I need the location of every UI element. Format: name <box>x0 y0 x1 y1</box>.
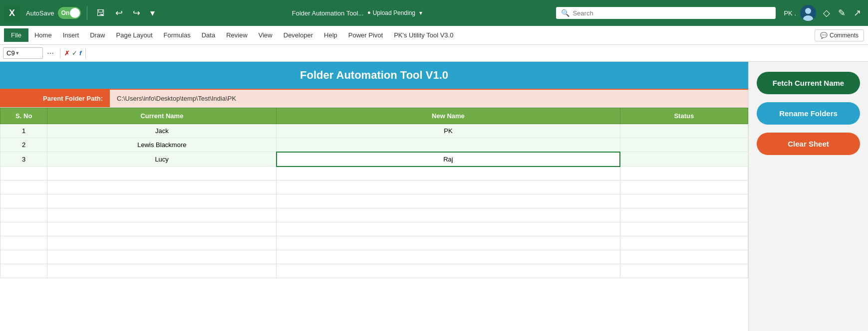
right-panel: Fetch Current Name Rename Folders Clear … <box>748 62 868 331</box>
excel-logo: X <box>4 5 20 21</box>
cell-ref-text: C9 <box>6 49 15 57</box>
redo-btn[interactable]: ↪ <box>130 5 143 20</box>
cell-current-3[interactable]: Lucy <box>47 152 277 166</box>
parent-folder-label: Parent Folder Path: <box>0 90 110 107</box>
spreadsheet: Folder Automation Tool V1.0 Parent Folde… <box>0 62 748 331</box>
cell-status-3[interactable] <box>620 152 748 166</box>
confirm-formula-icon[interactable]: ✓ <box>72 49 77 57</box>
avatar[interactable] <box>800 5 816 21</box>
cell-current-1[interactable]: Jack <box>47 124 277 138</box>
cell-sno-1[interactable]: 1 <box>0 124 47 138</box>
spreadsheet-outer: Folder Automation Tool V1.0 Parent Folde… <box>0 62 748 331</box>
empty-current[interactable] <box>47 166 277 180</box>
title-bar: X AutoSave On 🖫 ↩ ↪ ▾ Folder Automation … <box>0 0 868 26</box>
table-row: 1 Jack PK <box>0 124 748 138</box>
pen-icon[interactable]: ✎ <box>835 5 849 20</box>
menu-file[interactable]: File <box>4 28 28 42</box>
doc-title: Folder Automation Tool... Upload Pending… <box>162 8 552 18</box>
cell-reference[interactable]: C9 ▾ <box>3 47 43 59</box>
tool-title: Folder Automation Tool V1.0 <box>300 69 448 81</box>
doc-title-text: Folder Automation Tool... <box>292 9 364 17</box>
cell-sno-3[interactable]: 3 <box>0 152 47 166</box>
table-row <box>0 180 748 194</box>
diamond-icon[interactable]: ◇ <box>820 5 833 20</box>
header-status: Status <box>620 108 748 124</box>
function-icon[interactable]: f <box>79 49 81 57</box>
quick-access-btn[interactable]: ▾ <box>147 5 158 20</box>
spreadsheet-scroll[interactable]: S. No Current Name New Name Status 1 Jac… <box>0 108 748 331</box>
save-btn[interactable]: 🖫 <box>93 6 108 20</box>
table-row <box>0 166 748 180</box>
header-sno: S. No <box>0 108 47 124</box>
table-row <box>0 222 748 236</box>
menu-help[interactable]: Help <box>319 28 342 42</box>
autosave-toggle[interactable]: On <box>58 7 81 19</box>
fetch-current-name-button[interactable]: Fetch Current Name <box>757 72 860 94</box>
menu-draw[interactable]: Draw <box>85 28 110 42</box>
menu-power-pivot[interactable]: Power Pivot <box>343 28 388 42</box>
comments-button[interactable]: 💬 Comments <box>815 29 864 41</box>
search-box: 🔍 <box>556 7 776 19</box>
table-body: 1 Jack PK 2 Lewis Blackmore 3 <box>0 124 748 278</box>
cell-new-1[interactable]: PK <box>277 124 620 138</box>
empty-new[interactable] <box>277 166 620 180</box>
empty-sno[interactable] <box>0 166 47 180</box>
menu-formulas[interactable]: Formulas <box>159 28 196 42</box>
parent-folder-row: Parent Folder Path: C:\Users\info\Deskto… <box>0 89 748 108</box>
menu-view[interactable]: View <box>254 28 278 42</box>
cell-status-2[interactable] <box>620 138 748 152</box>
menu-data[interactable]: Data <box>197 28 220 42</box>
table-row <box>0 194 748 208</box>
rename-folders-button[interactable]: Rename Folders <box>757 102 860 125</box>
more-options-icon[interactable]: ⋯ <box>45 48 56 58</box>
formula-icons: ✗ ✓ f <box>64 49 81 57</box>
search-input[interactable] <box>573 9 771 17</box>
formula-input[interactable] <box>90 49 865 57</box>
table-row: 2 Lewis Blackmore <box>0 138 748 152</box>
menu-page-layout[interactable]: Page Layout <box>111 28 158 42</box>
cell-new-3-selected[interactable]: Raj <box>277 152 620 166</box>
search-icon: 🔍 <box>561 9 570 17</box>
table-row <box>0 236 748 250</box>
header-row: S. No Current Name New Name Status <box>0 108 748 124</box>
menu-insert[interactable]: Insert <box>58 28 84 42</box>
menu-developer[interactable]: Developer <box>279 28 318 42</box>
cell-ref-chevron: ▾ <box>16 50 19 56</box>
table-row <box>0 250 748 264</box>
formula-divider2 <box>85 48 86 58</box>
table-header: S. No Current Name New Name Status <box>0 108 748 124</box>
header-new-name: New Name <box>277 108 620 124</box>
cell-status-1[interactable] <box>620 124 748 138</box>
cell-new-2[interactable] <box>277 138 620 152</box>
svg-point-1 <box>805 8 811 14</box>
formula-divider <box>60 48 60 58</box>
table-row <box>0 208 748 222</box>
profile-area: PK . <box>784 5 816 21</box>
comments-label: Comments <box>830 32 859 39</box>
menu-review[interactable]: Review <box>221 28 253 42</box>
upload-chevron: ▾ <box>419 9 422 16</box>
parent-folder-value[interactable]: C:\Users\info\Desktop\temp\Test\India\PK <box>110 95 748 102</box>
table-row: 3 Lucy Raj <box>0 152 748 166</box>
divider <box>87 6 87 20</box>
data-table: S. No Current Name New Name Status 1 Jac… <box>0 108 748 278</box>
menu-home[interactable]: Home <box>29 28 57 42</box>
window-controls: ◇ ✎ ↗ <box>820 5 864 20</box>
undo-btn[interactable]: ↩ <box>112 5 126 20</box>
toggle-knob <box>70 8 80 18</box>
profile-name: PK . <box>784 9 796 17</box>
autosave-label: AutoSave <box>26 9 54 17</box>
cell-current-2[interactable]: Lewis Blackmore <box>47 138 277 152</box>
menu-utility-tool[interactable]: PK's Utility Tool V3.0 <box>389 28 458 42</box>
formula-bar: C9 ▾ ⋯ ✗ ✓ f <box>0 45 868 62</box>
comments-icon: 💬 <box>820 32 828 39</box>
empty-status[interactable] <box>620 166 748 180</box>
cell-sno-2[interactable]: 2 <box>0 138 47 152</box>
share-icon[interactable]: ↗ <box>851 5 864 20</box>
clear-sheet-button[interactable]: Clear Sheet <box>757 133 860 155</box>
tool-header: Folder Automation Tool V1.0 <box>0 62 748 89</box>
cancel-formula-icon[interactable]: ✗ <box>64 49 70 57</box>
menu-bar: File Home Insert Draw Page Layout Formul… <box>0 26 868 45</box>
upload-pending[interactable]: Upload Pending <box>367 8 415 18</box>
header-current-name: Current Name <box>47 108 277 124</box>
